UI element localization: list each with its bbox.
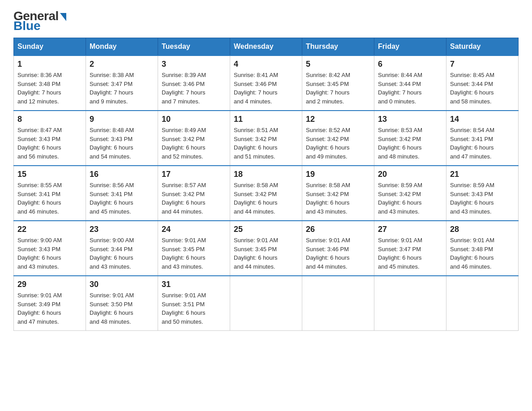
day-number: 6 <box>378 60 442 69</box>
calendar-day-cell: 2Sunrise: 8:38 AMSunset: 3:47 PMDaylight… <box>86 56 158 111</box>
calendar-day-cell: 23Sunrise: 9:00 AMSunset: 3:44 PMDayligh… <box>86 221 158 276</box>
calendar-day-cell: 13Sunrise: 8:53 AMSunset: 3:42 PMDayligh… <box>374 111 446 166</box>
logo-blue-text: Blue <box>13 19 41 33</box>
calendar-day-cell: 27Sunrise: 9:01 AMSunset: 3:47 PMDayligh… <box>374 221 446 276</box>
page-header: General Blue <box>13 9 519 33</box>
day-info: Sunrise: 8:49 AMSunset: 3:42 PMDaylight:… <box>162 126 226 161</box>
calendar-day-cell: 5Sunrise: 8:42 AMSunset: 3:45 PMDaylight… <box>302 56 374 111</box>
day-info: Sunrise: 9:01 AMSunset: 3:48 PMDaylight:… <box>450 236 515 271</box>
day-number: 8 <box>17 115 82 124</box>
day-number: 20 <box>378 170 442 179</box>
day-info: Sunrise: 8:54 AMSunset: 3:41 PMDaylight:… <box>450 126 515 161</box>
weekday-header-wednesday: Wednesday <box>230 38 302 56</box>
weekday-header-tuesday: Tuesday <box>158 38 230 56</box>
calendar-day-cell: 22Sunrise: 9:00 AMSunset: 3:43 PMDayligh… <box>14 221 86 276</box>
day-info: Sunrise: 9:01 AMSunset: 3:49 PMDaylight:… <box>17 291 82 326</box>
calendar-day-cell: 19Sunrise: 8:58 AMSunset: 3:42 PMDayligh… <box>302 166 374 221</box>
day-number: 15 <box>17 170 82 179</box>
calendar-day-cell: 30Sunrise: 9:01 AMSunset: 3:50 PMDayligh… <box>86 276 158 331</box>
day-number: 30 <box>90 280 154 289</box>
day-number: 3 <box>162 60 226 69</box>
day-info: Sunrise: 9:01 AMSunset: 3:47 PMDaylight:… <box>378 236 442 271</box>
calendar-day-cell: 3Sunrise: 8:39 AMSunset: 3:46 PMDaylight… <box>158 56 230 111</box>
calendar-week-row: 8Sunrise: 8:47 AMSunset: 3:43 PMDaylight… <box>14 111 519 166</box>
calendar-table: SundayMondayTuesdayWednesdayThursdayFrid… <box>13 38 519 331</box>
day-info: Sunrise: 9:01 AMSunset: 3:50 PMDaylight:… <box>90 291 154 326</box>
day-number: 31 <box>162 280 226 289</box>
day-info: Sunrise: 9:01 AMSunset: 3:45 PMDaylight:… <box>162 236 226 271</box>
day-info: Sunrise: 8:51 AMSunset: 3:42 PMDaylight:… <box>234 126 298 161</box>
empty-day-cell <box>446 276 519 331</box>
calendar-day-cell: 7Sunrise: 8:45 AMSunset: 3:44 PMDaylight… <box>446 56 519 111</box>
day-number: 28 <box>450 225 515 234</box>
day-info: Sunrise: 8:36 AMSunset: 3:48 PMDaylight:… <box>17 71 82 106</box>
day-info: Sunrise: 8:57 AMSunset: 3:42 PMDaylight:… <box>162 181 226 216</box>
day-info: Sunrise: 8:47 AMSunset: 3:43 PMDaylight:… <box>17 126 82 161</box>
day-number: 24 <box>162 225 226 234</box>
day-info: Sunrise: 8:58 AMSunset: 3:42 PMDaylight:… <box>306 181 370 216</box>
day-info: Sunrise: 8:59 AMSunset: 3:43 PMDaylight:… <box>450 181 515 216</box>
calendar-day-cell: 26Sunrise: 9:01 AMSunset: 3:46 PMDayligh… <box>302 221 374 276</box>
weekday-header-thursday: Thursday <box>302 38 374 56</box>
day-info: Sunrise: 8:53 AMSunset: 3:42 PMDaylight:… <box>378 126 442 161</box>
weekday-header-saturday: Saturday <box>446 38 519 56</box>
day-info: Sunrise: 9:01 AMSunset: 3:46 PMDaylight:… <box>306 236 370 271</box>
calendar-week-row: 22Sunrise: 9:00 AMSunset: 3:43 PMDayligh… <box>14 221 519 276</box>
calendar-day-cell: 6Sunrise: 8:44 AMSunset: 3:44 PMDaylight… <box>374 56 446 111</box>
day-number: 12 <box>306 115 370 124</box>
calendar-week-row: 1Sunrise: 8:36 AMSunset: 3:48 PMDaylight… <box>14 56 519 111</box>
day-number: 25 <box>234 225 298 234</box>
calendar-day-cell: 28Sunrise: 9:01 AMSunset: 3:48 PMDayligh… <box>446 221 519 276</box>
day-number: 1 <box>17 60 82 69</box>
weekday-header-row: SundayMondayTuesdayWednesdayThursdayFrid… <box>14 38 519 56</box>
calendar-day-cell: 9Sunrise: 8:48 AMSunset: 3:43 PMDaylight… <box>86 111 158 166</box>
day-number: 16 <box>90 170 154 179</box>
day-info: Sunrise: 8:55 AMSunset: 3:41 PMDaylight:… <box>17 181 82 216</box>
day-info: Sunrise: 9:00 AMSunset: 3:44 PMDaylight:… <box>90 236 154 271</box>
day-info: Sunrise: 8:39 AMSunset: 3:46 PMDaylight:… <box>162 71 226 106</box>
calendar-day-cell: 31Sunrise: 9:01 AMSunset: 3:51 PMDayligh… <box>158 276 230 331</box>
calendar-day-cell: 8Sunrise: 8:47 AMSunset: 3:43 PMDaylight… <box>14 111 86 166</box>
day-info: Sunrise: 8:59 AMSunset: 3:42 PMDaylight:… <box>378 181 442 216</box>
day-info: Sunrise: 8:38 AMSunset: 3:47 PMDaylight:… <box>90 71 154 106</box>
calendar-day-cell: 24Sunrise: 9:01 AMSunset: 3:45 PMDayligh… <box>158 221 230 276</box>
day-info: Sunrise: 8:41 AMSunset: 3:46 PMDaylight:… <box>234 71 298 106</box>
logo-arrow-icon <box>60 13 66 21</box>
day-number: 21 <box>450 170 515 179</box>
day-info: Sunrise: 9:01 AMSunset: 3:45 PMDaylight:… <box>234 236 298 271</box>
weekday-header-monday: Monday <box>86 38 158 56</box>
calendar-day-cell: 20Sunrise: 8:59 AMSunset: 3:42 PMDayligh… <box>374 166 446 221</box>
day-info: Sunrise: 8:52 AMSunset: 3:42 PMDaylight:… <box>306 126 370 161</box>
calendar-day-cell: 14Sunrise: 8:54 AMSunset: 3:41 PMDayligh… <box>446 111 519 166</box>
calendar-day-cell: 1Sunrise: 8:36 AMSunset: 3:48 PMDaylight… <box>14 56 86 111</box>
day-info: Sunrise: 8:45 AMSunset: 3:44 PMDaylight:… <box>450 71 515 106</box>
day-number: 9 <box>90 115 154 124</box>
empty-day-cell <box>302 276 374 331</box>
weekday-header-friday: Friday <box>374 38 446 56</box>
calendar-day-cell: 21Sunrise: 8:59 AMSunset: 3:43 PMDayligh… <box>446 166 519 221</box>
day-number: 26 <box>306 225 370 234</box>
calendar-day-cell: 11Sunrise: 8:51 AMSunset: 3:42 PMDayligh… <box>230 111 302 166</box>
day-number: 23 <box>90 225 154 234</box>
calendar-day-cell: 16Sunrise: 8:56 AMSunset: 3:41 PMDayligh… <box>86 166 158 221</box>
calendar-day-cell: 10Sunrise: 8:49 AMSunset: 3:42 PMDayligh… <box>158 111 230 166</box>
calendar-day-cell: 18Sunrise: 8:58 AMSunset: 3:42 PMDayligh… <box>230 166 302 221</box>
weekday-header-sunday: Sunday <box>14 38 86 56</box>
day-number: 29 <box>17 280 82 289</box>
day-number: 4 <box>234 60 298 69</box>
day-info: Sunrise: 8:42 AMSunset: 3:45 PMDaylight:… <box>306 71 370 106</box>
day-number: 2 <box>90 60 154 69</box>
calendar-day-cell: 4Sunrise: 8:41 AMSunset: 3:46 PMDaylight… <box>230 56 302 111</box>
day-info: Sunrise: 9:01 AMSunset: 3:51 PMDaylight:… <box>162 291 226 326</box>
day-info: Sunrise: 9:00 AMSunset: 3:43 PMDaylight:… <box>17 236 82 271</box>
day-number: 13 <box>378 115 442 124</box>
empty-day-cell <box>230 276 302 331</box>
logo: General Blue <box>13 9 66 33</box>
day-number: 22 <box>17 225 82 234</box>
day-info: Sunrise: 8:48 AMSunset: 3:43 PMDaylight:… <box>90 126 154 161</box>
day-number: 27 <box>378 225 442 234</box>
day-number: 14 <box>450 115 515 124</box>
day-number: 17 <box>162 170 226 179</box>
calendar-day-cell: 25Sunrise: 9:01 AMSunset: 3:45 PMDayligh… <box>230 221 302 276</box>
day-info: Sunrise: 8:58 AMSunset: 3:42 PMDaylight:… <box>234 181 298 216</box>
